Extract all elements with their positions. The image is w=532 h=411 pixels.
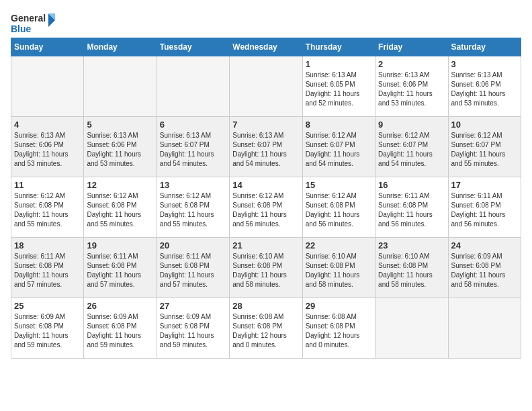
day-number: 12 (87, 180, 153, 190)
calendar-cell (375, 298, 448, 359)
day-info: Sunrise: 6:12 AM Sunset: 6:07 PM Dayligh… (451, 131, 518, 169)
day-info: Sunrise: 6:09 AM Sunset: 6:08 PM Dayligh… (87, 312, 153, 350)
calendar-cell: 15Sunrise: 6:12 AM Sunset: 6:08 PM Dayli… (302, 177, 375, 238)
weekday-header: Sunday (11, 38, 84, 56)
day-info: Sunrise: 6:11 AM Sunset: 6:08 PM Dayligh… (14, 252, 81, 289)
calendar-table: SundayMondayTuesdayWednesdayThursdayFrid… (11, 38, 521, 359)
calendar-cell: 7Sunrise: 6:13 AM Sunset: 6:07 PM Daylig… (230, 117, 302, 177)
day-info: Sunrise: 6:09 AM Sunset: 6:08 PM Dayligh… (14, 312, 81, 350)
calendar-cell: 2Sunrise: 6:13 AM Sunset: 6:06 PM Daylig… (375, 56, 448, 117)
day-number: 4 (14, 120, 81, 130)
day-number: 2 (378, 59, 445, 69)
day-number: 5 (87, 120, 153, 130)
calendar-cell: 18Sunrise: 6:11 AM Sunset: 6:08 PM Dayli… (11, 238, 84, 298)
weekday-header: Thursday (302, 38, 375, 56)
day-number: 17 (451, 180, 518, 190)
day-info: Sunrise: 6:13 AM Sunset: 6:06 PM Dayligh… (378, 71, 445, 108)
weekday-header: Tuesday (157, 38, 229, 56)
calendar-cell: 10Sunrise: 6:12 AM Sunset: 6:07 PM Dayli… (448, 117, 521, 177)
calendar-cell: 1Sunrise: 6:13 AM Sunset: 6:05 PM Daylig… (302, 56, 375, 117)
calendar-cell: 16Sunrise: 6:11 AM Sunset: 6:08 PM Dayli… (375, 177, 448, 238)
day-info: Sunrise: 6:13 AM Sunset: 6:06 PM Dayligh… (14, 131, 81, 169)
day-number: 25 (14, 301, 81, 311)
calendar-cell: 21Sunrise: 6:10 AM Sunset: 6:08 PM Dayli… (230, 238, 302, 298)
day-info: Sunrise: 6:12 AM Sunset: 6:08 PM Dayligh… (306, 191, 372, 229)
calendar-cell: 27Sunrise: 6:09 AM Sunset: 6:08 PM Dayli… (157, 298, 229, 359)
day-number: 1 (306, 59, 372, 69)
day-info: Sunrise: 6:09 AM Sunset: 6:08 PM Dayligh… (160, 312, 226, 350)
calendar-cell (157, 56, 229, 117)
day-info: Sunrise: 6:12 AM Sunset: 6:07 PM Dayligh… (306, 131, 372, 169)
calendar-cell: 14Sunrise: 6:12 AM Sunset: 6:08 PM Dayli… (230, 177, 302, 238)
calendar-cell: 23Sunrise: 6:10 AM Sunset: 6:08 PM Dayli… (375, 238, 448, 298)
day-info: Sunrise: 6:13 AM Sunset: 6:06 PM Dayligh… (87, 131, 153, 169)
calendar-week-row: 11Sunrise: 6:12 AM Sunset: 6:08 PM Dayli… (11, 177, 521, 238)
day-number: 28 (232, 301, 299, 311)
header: GeneralBlue (11, 11, 521, 35)
weekday-header: Saturday (448, 38, 521, 56)
day-number: 14 (232, 180, 299, 190)
day-number: 15 (306, 180, 372, 190)
day-info: Sunrise: 6:10 AM Sunset: 6:08 PM Dayligh… (306, 252, 372, 289)
day-info: Sunrise: 6:09 AM Sunset: 6:08 PM Dayligh… (451, 252, 518, 289)
calendar-cell: 26Sunrise: 6:09 AM Sunset: 6:08 PM Dayli… (84, 298, 157, 359)
day-number: 13 (160, 180, 226, 190)
calendar-cell (84, 56, 157, 117)
day-number: 24 (451, 240, 518, 250)
day-number: 10 (451, 120, 518, 130)
day-number: 18 (14, 240, 81, 250)
day-number: 22 (306, 240, 372, 250)
day-number: 20 (160, 240, 226, 250)
day-number: 8 (306, 120, 372, 130)
day-info: Sunrise: 6:08 AM Sunset: 6:08 PM Dayligh… (232, 312, 299, 350)
day-number: 29 (306, 301, 372, 311)
calendar-cell (230, 56, 302, 117)
day-info: Sunrise: 6:10 AM Sunset: 6:08 PM Dayligh… (378, 252, 445, 289)
calendar-cell: 17Sunrise: 6:11 AM Sunset: 6:08 PM Dayli… (448, 177, 521, 238)
calendar-cell: 22Sunrise: 6:10 AM Sunset: 6:08 PM Dayli… (302, 238, 375, 298)
svg-text:Blue: Blue (11, 24, 32, 34)
day-number: 9 (378, 120, 445, 130)
calendar-cell: 24Sunrise: 6:09 AM Sunset: 6:08 PM Dayli… (448, 238, 521, 298)
calendar-cell: 25Sunrise: 6:09 AM Sunset: 6:08 PM Dayli… (11, 298, 84, 359)
logo-icon: GeneralBlue (11, 11, 58, 35)
day-info: Sunrise: 6:11 AM Sunset: 6:08 PM Dayligh… (378, 191, 445, 229)
calendar-cell: 29Sunrise: 6:08 AM Sunset: 6:08 PM Dayli… (302, 298, 375, 359)
calendar-cell: 5Sunrise: 6:13 AM Sunset: 6:06 PM Daylig… (84, 117, 157, 177)
day-number: 19 (87, 240, 153, 250)
weekday-header: Friday (375, 38, 448, 56)
day-info: Sunrise: 6:11 AM Sunset: 6:08 PM Dayligh… (87, 252, 153, 289)
weekday-header: Wednesday (230, 38, 302, 56)
calendar-week-row: 18Sunrise: 6:11 AM Sunset: 6:08 PM Dayli… (11, 238, 521, 298)
calendar-cell: 11Sunrise: 6:12 AM Sunset: 6:08 PM Dayli… (11, 177, 84, 238)
day-info: Sunrise: 6:13 AM Sunset: 6:06 PM Dayligh… (451, 71, 518, 108)
calendar-cell: 6Sunrise: 6:13 AM Sunset: 6:07 PM Daylig… (157, 117, 229, 177)
day-info: Sunrise: 6:13 AM Sunset: 6:05 PM Dayligh… (306, 71, 372, 108)
calendar-cell: 12Sunrise: 6:12 AM Sunset: 6:08 PM Dayli… (84, 177, 157, 238)
day-number: 3 (451, 59, 518, 69)
calendar-week-row: 4Sunrise: 6:13 AM Sunset: 6:06 PM Daylig… (11, 117, 521, 177)
day-info: Sunrise: 6:12 AM Sunset: 6:08 PM Dayligh… (232, 191, 299, 229)
day-number: 16 (378, 180, 445, 190)
day-number: 27 (160, 301, 226, 311)
svg-text:General: General (11, 13, 46, 24)
logo: GeneralBlue (11, 11, 58, 35)
calendar-cell: 4Sunrise: 6:13 AM Sunset: 6:06 PM Daylig… (11, 117, 84, 177)
calendar-cell (448, 298, 521, 359)
weekday-header-row: SundayMondayTuesdayWednesdayThursdayFrid… (11, 38, 521, 56)
weekday-header: Monday (84, 38, 157, 56)
calendar-cell: 3Sunrise: 6:13 AM Sunset: 6:06 PM Daylig… (448, 56, 521, 117)
calendar-cell: 20Sunrise: 6:11 AM Sunset: 6:08 PM Dayli… (157, 238, 229, 298)
day-info: Sunrise: 6:10 AM Sunset: 6:08 PM Dayligh… (232, 252, 299, 289)
calendar-cell (11, 56, 84, 117)
day-number: 7 (232, 120, 299, 130)
day-number: 26 (87, 301, 153, 311)
day-info: Sunrise: 6:12 AM Sunset: 6:08 PM Dayligh… (87, 191, 153, 229)
calendar-week-row: 25Sunrise: 6:09 AM Sunset: 6:08 PM Dayli… (11, 298, 521, 359)
day-number: 23 (378, 240, 445, 250)
day-info: Sunrise: 6:11 AM Sunset: 6:08 PM Dayligh… (160, 252, 226, 289)
calendar-cell: 8Sunrise: 6:12 AM Sunset: 6:07 PM Daylig… (302, 117, 375, 177)
day-info: Sunrise: 6:12 AM Sunset: 6:08 PM Dayligh… (14, 191, 81, 229)
calendar-cell: 28Sunrise: 6:08 AM Sunset: 6:08 PM Dayli… (230, 298, 302, 359)
day-info: Sunrise: 6:08 AM Sunset: 6:08 PM Dayligh… (306, 312, 372, 350)
